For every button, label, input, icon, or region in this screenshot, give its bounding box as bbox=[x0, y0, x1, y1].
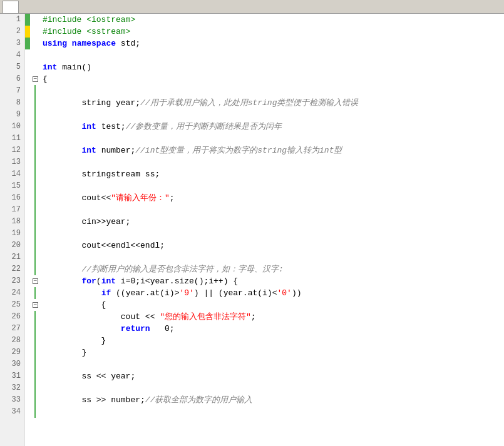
code-line bbox=[43, 85, 504, 97]
code-line: return 0; bbox=[43, 323, 504, 335]
code-area: 1234567891011121314151617181920212223242… bbox=[0, 14, 504, 446]
code-line: cout << "您的输入包含非法字符"; bbox=[43, 311, 504, 323]
change-indicator-cell bbox=[25, 168, 30, 180]
line-num: 6 bbox=[0, 73, 24, 85]
change-indicator-cell bbox=[25, 38, 30, 49]
editor-window: 1234567891011121314151617181920212223242… bbox=[0, 0, 504, 446]
line-num: 33 bbox=[0, 394, 24, 406]
fold-cell bbox=[30, 358, 40, 370]
line-num: 8 bbox=[0, 97, 24, 109]
code-line: for(int i=0;i<year.size();i++) { bbox=[43, 275, 504, 287]
line-num: 32 bbox=[0, 382, 24, 394]
change-indicator-cell bbox=[25, 347, 30, 358]
code-content[interactable]: #include <iostream>#include <sstream>usi… bbox=[40, 14, 504, 446]
fold-cell bbox=[30, 370, 40, 382]
line-num: 13 bbox=[0, 156, 24, 168]
change-indicator-cell bbox=[25, 61, 30, 73]
line-num: 18 bbox=[0, 216, 24, 228]
fold-cell bbox=[30, 382, 40, 394]
change-indicator-cell bbox=[25, 299, 30, 311]
code-line bbox=[43, 133, 504, 144]
code-line: ss << year; bbox=[43, 370, 504, 382]
code-line: int number;//int型变量，用于将实为数字的string输入转为in… bbox=[43, 144, 504, 156]
line-num: 28 bbox=[0, 335, 24, 347]
fold-cell bbox=[30, 61, 40, 73]
code-line: if ((year.at(i)>'9') || (year.at(i)<'0')… bbox=[43, 287, 504, 299]
change-indicator-cell bbox=[25, 335, 30, 347]
code-line bbox=[43, 180, 504, 192]
fold-cell bbox=[30, 38, 40, 49]
line-num: 30 bbox=[0, 358, 24, 370]
change-indicator-cell bbox=[25, 323, 30, 335]
change-indicator-cell bbox=[25, 180, 30, 192]
change-indicator-cell bbox=[25, 14, 30, 26]
change-indicator-cell bbox=[25, 228, 30, 240]
fold-cell[interactable]: − bbox=[30, 299, 40, 311]
change-indicator-cell bbox=[25, 192, 30, 204]
line-num: 2 bbox=[0, 26, 24, 38]
code-line: string year;//用于承载用户输入，此处用string类型便于检测输入… bbox=[43, 97, 504, 109]
fold-cell[interactable]: − bbox=[30, 73, 40, 85]
fold-cell bbox=[30, 263, 40, 275]
code-line bbox=[43, 382, 504, 394]
fold-cell bbox=[30, 121, 40, 133]
change-indicator-cell bbox=[25, 216, 30, 228]
code-line bbox=[43, 109, 504, 121]
fold-cell bbox=[30, 228, 40, 240]
change-indicator-cell bbox=[25, 382, 30, 394]
line-num: 29 bbox=[0, 347, 24, 358]
code-line bbox=[43, 251, 504, 263]
tab-main-cpp[interactable] bbox=[3, 1, 19, 13]
line-num: 23 bbox=[0, 275, 24, 287]
code-line: cout<<endl<<endl; bbox=[43, 240, 504, 251]
change-indicator-cell bbox=[25, 49, 30, 61]
change-indicator-cell bbox=[25, 358, 30, 370]
tab-bar bbox=[0, 0, 504, 14]
change-indicator-cell bbox=[25, 109, 30, 121]
change-indicator-cell bbox=[25, 240, 30, 251]
code-line: using namespace std; bbox=[43, 38, 504, 49]
code-line: { bbox=[43, 299, 504, 311]
change-indicator-cell bbox=[25, 311, 30, 323]
line-num: 17 bbox=[0, 204, 24, 216]
fold-cell bbox=[30, 85, 40, 97]
line-num: 25 bbox=[0, 299, 24, 311]
change-indicator-cell bbox=[25, 144, 30, 156]
change-indicator-cell bbox=[25, 406, 30, 418]
fold-cell bbox=[30, 144, 40, 156]
fold-cell bbox=[30, 97, 40, 109]
fold-cell bbox=[30, 168, 40, 180]
line-num: 27 bbox=[0, 323, 24, 335]
code-line: //判断用户的输入是否包含非法字符，如：字母、汉字: bbox=[43, 263, 504, 275]
fold-cell bbox=[30, 394, 40, 406]
code-line: int test;//参数变量，用于判断判断结果是否为闰年 bbox=[43, 121, 504, 133]
line-num: 9 bbox=[0, 109, 24, 121]
line-num: 16 bbox=[0, 192, 24, 204]
fold-cell bbox=[30, 109, 40, 121]
fold-cell bbox=[30, 156, 40, 168]
code-line: { bbox=[43, 73, 504, 85]
change-indicator-cell bbox=[25, 97, 30, 109]
change-indicator-cell bbox=[25, 73, 30, 85]
code-line bbox=[43, 406, 504, 418]
fold-cell[interactable]: − bbox=[30, 275, 40, 287]
code-line: cin>>year; bbox=[43, 216, 504, 228]
code-line: } bbox=[43, 347, 504, 358]
line-num: 11 bbox=[0, 133, 24, 144]
fold-cell bbox=[30, 133, 40, 144]
code-line: stringstream ss; bbox=[43, 168, 504, 180]
line-num: 26 bbox=[0, 311, 24, 323]
line-num: 4 bbox=[0, 49, 24, 61]
change-indicator-cell bbox=[25, 370, 30, 382]
line-num: 5 bbox=[0, 61, 24, 73]
code-line: #include <sstream> bbox=[43, 26, 504, 38]
change-indicator-cell bbox=[25, 26, 30, 38]
line-num: 20 bbox=[0, 240, 24, 251]
change-indicator-cell bbox=[25, 275, 30, 287]
line-num: 34 bbox=[0, 406, 24, 418]
fold-cell bbox=[30, 287, 40, 299]
fold-cell bbox=[30, 14, 40, 26]
line-num: 3 bbox=[0, 38, 24, 49]
code-line: cout<<"请输入年份："; bbox=[43, 192, 504, 204]
line-num: 12 bbox=[0, 144, 24, 156]
